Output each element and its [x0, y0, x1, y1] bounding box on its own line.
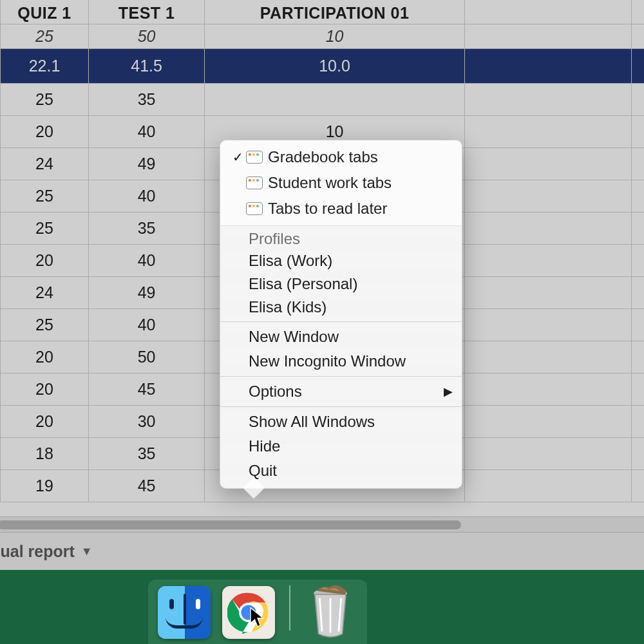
summary-row[interactable]: 22.1 41.5 10.0 — [1, 48, 645, 83]
menu-item-gradebook-tabs[interactable]: ✓ Gradebook tabs — [220, 144, 462, 170]
individual-report-button[interactable]: Individual report ▼ — [0, 542, 93, 561]
dock-app-finder[interactable] — [158, 586, 211, 639]
menu-item-tabs-to-read-later[interactable]: Tabs to read later — [220, 196, 462, 222]
dock-separator — [289, 585, 290, 630]
menu-divider — [220, 321, 462, 322]
menu-item-label: Student work tabs — [268, 174, 453, 192]
check-icon: ✓ — [229, 149, 246, 165]
individual-report-label: Individual report — [0, 542, 75, 561]
dock-app-chrome[interactable] — [222, 586, 275, 639]
menu-item-new-incognito-window[interactable]: New Incognito Window — [220, 349, 462, 374]
scrollbar-thumb[interactable] — [0, 520, 461, 529]
submenu-arrow-icon: ▶ — [444, 384, 453, 399]
col-header-empty[interactable] — [464, 0, 632, 24]
col-sub-quiz1: 25 — [1, 24, 89, 48]
dock-trash[interactable] — [305, 583, 356, 639]
cell[interactable]: 41.5 — [88, 48, 204, 83]
horizontal-scrollbar[interactable] — [0, 516, 644, 532]
menu-divider — [220, 406, 462, 407]
table-row[interactable]: 2535 — [1, 83, 645, 115]
window-icon — [246, 176, 263, 189]
chevron-down-icon: ▼ — [81, 545, 93, 558]
col-sub-participation01: 10 — [205, 24, 465, 48]
window-icon — [246, 202, 263, 215]
trash-icon — [307, 585, 354, 639]
menu-item-student-work-tabs[interactable]: Student work tabs — [220, 170, 462, 196]
col-header-test1[interactable]: TEST 1 — [88, 0, 204, 24]
profiles-header: Profiles — [220, 226, 462, 249]
menu-item-hide[interactable]: Hide — [220, 434, 462, 459]
cell[interactable]: 22.1 — [1, 48, 89, 83]
menu-item-options[interactable]: Options ▶ — [220, 379, 462, 404]
menu-item-label: Tabs to read later — [268, 200, 453, 218]
menu-item-profile-personal[interactable]: Elisa (Personal) — [220, 272, 462, 296]
cursor-icon — [250, 607, 267, 630]
bottom-toolbar: Individual report ▼ — [0, 532, 644, 570]
menu-item-new-window[interactable]: New Window — [220, 325, 462, 349]
dock-context-menu: ✓ Gradebook tabs Student work tabs Tabs … — [220, 140, 462, 489]
col-header-quiz1[interactable]: QUIZ 1 — [1, 0, 89, 24]
menu-item-show-all-windows[interactable]: Show All Windows — [220, 410, 462, 434]
col-sub-test1: 50 — [88, 24, 204, 48]
cell[interactable]: 10.0 — [205, 48, 465, 83]
tab-groups-section: ✓ Gradebook tabs Student work tabs Tabs … — [220, 140, 462, 226]
col-header-participation01[interactable]: PARTICIPATION 01 — [205, 0, 465, 24]
window-icon — [246, 151, 263, 164]
menu-divider — [220, 376, 462, 377]
menu-item-profile-kids[interactable]: Elisa (Kids) — [220, 296, 462, 319]
menu-item-profile-work[interactable]: Elisa (Work) — [220, 249, 462, 272]
col-header-empty[interactable] — [632, 0, 644, 24]
menu-item-label: Gradebook tabs — [268, 148, 453, 166]
